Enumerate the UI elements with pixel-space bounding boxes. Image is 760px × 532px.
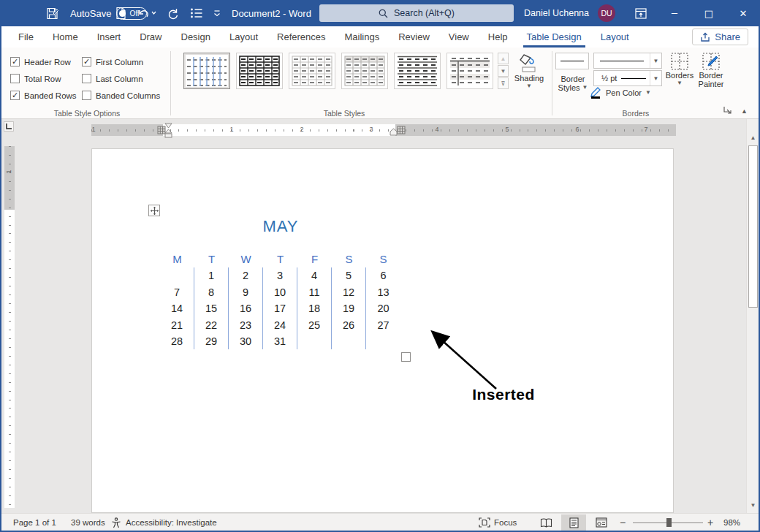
checkbox-header-row[interactable]: ✓Header Row: [10, 53, 82, 70]
tab-mailings[interactable]: Mailings: [335, 26, 390, 48]
table-style-thumbnail[interactable]: [289, 53, 335, 89]
zoom-level[interactable]: 98%: [723, 514, 740, 531]
calendar-cell[interactable]: [366, 333, 400, 349]
checkbox-total-row[interactable]: Total Row: [10, 70, 82, 87]
search-input[interactable]: Search (Alt+Q): [319, 4, 514, 22]
print-layout-button[interactable]: [561, 514, 586, 531]
document-page[interactable]: MAY MTWTFSS12345678910111213141516171819…: [91, 148, 674, 513]
table-style-thumbnail-selected[interactable]: [183, 53, 230, 89]
gallery-up-button[interactable]: ▲: [498, 53, 509, 64]
checkbox-banded-rows[interactable]: ✓Banded Rows: [10, 87, 82, 104]
close-button[interactable]: ✕: [726, 0, 760, 26]
calendar-cell[interactable]: 18: [297, 300, 332, 316]
word-count[interactable]: 39 words: [71, 514, 105, 531]
checkbox-checked-icon[interactable]: ✓: [10, 91, 20, 100]
checkbox-checked-icon[interactable]: ✓: [82, 57, 91, 66]
calendar-cell[interactable]: 19: [332, 300, 366, 316]
calendar-cell[interactable]: 27: [366, 317, 400, 333]
tab-file[interactable]: File: [9, 26, 43, 48]
redo-icon[interactable]: [167, 7, 180, 20]
scroll-up-button[interactable]: ▲: [748, 132, 759, 143]
zoom-slider-thumb[interactable]: [666, 518, 672, 527]
calendar-cell[interactable]: 16: [229, 300, 263, 316]
tab-help[interactable]: Help: [479, 26, 517, 48]
checkbox-unchecked-icon[interactable]: [82, 91, 91, 100]
bullet-list-icon[interactable]: [190, 7, 203, 19]
horizontal-ruler[interactable]: 11234567: [91, 124, 676, 136]
calendar-cell[interactable]: 17: [263, 300, 297, 316]
calendar-cell[interactable]: 9: [229, 284, 263, 300]
checkbox-checked-icon[interactable]: ✓: [10, 57, 20, 66]
ribbon-display-options-button[interactable]: [624, 0, 658, 26]
line-weight-dropdown[interactable]: ½ pt ▼: [593, 70, 662, 86]
calendar-cell[interactable]: [332, 333, 366, 349]
checkbox-unchecked-icon[interactable]: [10, 74, 20, 83]
calendar-cell[interactable]: 1: [194, 267, 229, 284]
focus-button[interactable]: Focus: [479, 514, 517, 531]
page-indicator[interactable]: Page 1 of 1: [13, 514, 56, 531]
calendar-cell[interactable]: 13: [366, 284, 400, 300]
calendar-cell[interactable]: 25: [297, 317, 332, 333]
zoom-in-button[interactable]: +: [707, 514, 713, 531]
indent-markers-icon[interactable]: [164, 123, 172, 138]
calendar-cell[interactable]: 8: [194, 284, 229, 300]
tab-references[interactable]: References: [267, 26, 335, 48]
tab-draw[interactable]: Draw: [130, 26, 171, 48]
tab-layout[interactable]: Layout: [591, 26, 639, 48]
tab-insert[interactable]: Insert: [88, 26, 131, 48]
save-button[interactable]: [45, 0, 59, 26]
tab-design[interactable]: Design: [172, 26, 220, 48]
vertical-ruler[interactable]: 1: [4, 146, 15, 508]
calendar-cell[interactable]: 22: [194, 317, 229, 333]
table-column-marker-icon[interactable]: [397, 126, 406, 134]
pen-color-button[interactable]: Pen Color ▼: [589, 86, 651, 99]
border-styles-button[interactable]: Border Styles▼: [554, 75, 592, 92]
tab-layout[interactable]: Layout: [220, 26, 267, 48]
calendar-cell[interactable]: 12: [332, 284, 366, 300]
tab-review[interactable]: Review: [389, 26, 439, 48]
minimize-button[interactable]: ─: [658, 0, 691, 26]
tab-stop-selector[interactable]: [4, 121, 14, 132]
calendar-cell[interactable]: 23: [229, 317, 263, 333]
vertical-scrollbar[interactable]: ▲ ▼: [746, 119, 759, 513]
calendar-cell[interactable]: 31: [263, 333, 297, 349]
calendar-cell[interactable]: [297, 333, 332, 349]
scrollbar-thumb[interactable]: [748, 145, 758, 308]
border-styles-preview[interactable]: [555, 53, 589, 69]
calendar-cell[interactable]: 20: [366, 300, 400, 316]
tab-home[interactable]: Home: [43, 26, 88, 48]
checkbox-last-column[interactable]: Last Column: [82, 70, 160, 87]
table-move-handle[interactable]: [148, 205, 160, 216]
table-style-thumbnail[interactable]: [446, 53, 493, 89]
shading-button[interactable]: Shading ▼: [512, 52, 547, 90]
calendar-table[interactable]: MTWTFSS123456789101112131415161718192021…: [160, 251, 400, 349]
calendar-cell[interactable]: 28: [160, 333, 194, 349]
collapse-ribbon-button[interactable]: ▲: [741, 107, 748, 115]
new-document-icon[interactable]: [115, 7, 126, 20]
scroll-down-button[interactable]: ▼: [748, 500, 759, 511]
calendar-cell[interactable]: 29: [194, 333, 229, 349]
web-layout-button[interactable]: [589, 514, 614, 531]
checkbox-first-column[interactable]: ✓First Column: [82, 53, 160, 70]
undo-icon[interactable]: [137, 7, 150, 20]
customize-qat-icon[interactable]: [213, 10, 221, 17]
calendar-cell[interactable]: 21: [160, 317, 194, 333]
calendar-cell[interactable]: [160, 267, 194, 284]
calendar-cell[interactable]: 2: [229, 267, 263, 284]
calendar-cell[interactable]: 4: [297, 267, 332, 284]
zoom-out-button[interactable]: −: [620, 514, 626, 531]
calendar-cell[interactable]: 5: [332, 267, 366, 284]
read-mode-button[interactable]: [533, 514, 558, 531]
calendar-cell[interactable]: 11: [297, 284, 332, 300]
calendar-cell[interactable]: 14: [160, 300, 194, 316]
table-style-thumbnail[interactable]: [236, 53, 283, 89]
share-button[interactable]: Share: [692, 28, 748, 45]
user-account[interactable]: Daniel Uchenna DU: [524, 0, 615, 26]
calendar-cell[interactable]: 6: [366, 267, 400, 284]
avatar[interactable]: DU: [598, 4, 615, 22]
calendar-cell[interactable]: 24: [263, 317, 297, 333]
table-style-thumbnail[interactable]: [394, 53, 441, 89]
calendar-cell[interactable]: 26: [332, 317, 366, 333]
gallery-more-button[interactable]: ⊽: [498, 77, 509, 89]
calendar-cell[interactable]: 7: [160, 284, 194, 300]
